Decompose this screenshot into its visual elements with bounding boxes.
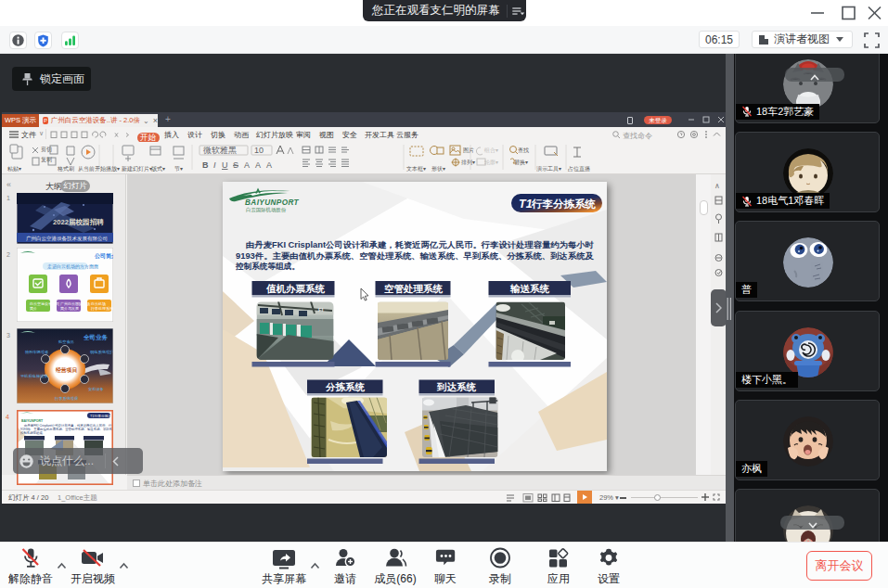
svg-text:形状▾: 形状▾ xyxy=(431,166,445,172)
svg-text:走进白云机场的方方面面: 走进白云机场的方方面面 xyxy=(47,263,98,270)
svg-text:弱电系统维护: 弱电系统维护 xyxy=(90,350,113,354)
svg-text:FI: FI xyxy=(318,307,324,313)
svg-text:查找: 查找 xyxy=(518,147,529,153)
svg-text:复制: 复制 xyxy=(41,157,52,163)
svg-text:A: A xyxy=(266,160,272,170)
svg-text:粘贴▾: 粘贴▾ xyxy=(7,166,21,173)
svg-text:值机办票系统: 值机办票系统 xyxy=(265,283,326,294)
svg-text:全司业务: 全司业务 xyxy=(83,334,109,341)
svg-text:替换▾: 替换▾ xyxy=(514,160,528,166)
svg-text:U: U xyxy=(222,160,228,170)
svg-text:2022届校园招聘: 2022届校园招聘 xyxy=(53,218,104,226)
svg-text:输送系统: 输送系统 xyxy=(509,283,550,294)
svg-text:行李分拣系统: 行李分拣系统 xyxy=(531,198,597,210)
svg-text:T1: T1 xyxy=(519,198,533,211)
svg-text:安检设备: 安检设备 xyxy=(88,387,104,391)
svg-text:A: A xyxy=(255,160,261,170)
svg-text:10: 10 xyxy=(254,146,264,155)
svg-text:占位直播: 占位直播 xyxy=(568,166,590,173)
svg-text:分拣系统: 分拣系统 xyxy=(325,381,366,392)
svg-text:经营项目: 经营项目 xyxy=(55,366,77,374)
svg-text:节▾: 节▾ xyxy=(174,166,183,172)
svg-text:简介与发展: 简介与发展 xyxy=(60,306,79,311)
svg-text:B: B xyxy=(202,160,209,170)
svg-text:由丹麦FKI Crisplant公司设计和承建，耗资近两亿元: 由丹麦FKI Crisplant公司设计和承建，耗资近两亿元人民币。行李设计处理… xyxy=(246,240,594,249)
svg-text:白云国际机场股份: 白云国际机场股份 xyxy=(246,207,287,213)
svg-text:组合▾: 组合▾ xyxy=(483,147,498,154)
svg-text:排列▾: 排列▾ xyxy=(461,159,475,166)
svg-text:S: S xyxy=(233,160,238,170)
svg-text:I: I xyxy=(213,160,216,170)
svg-text:格式刷: 格式刷 xyxy=(57,165,74,173)
svg-text:版式▾: 版式▾ xyxy=(151,166,165,172)
svg-text:从当前开始播放▾: 从当前开始播放▾ xyxy=(78,165,120,173)
svg-text:A: A xyxy=(244,160,250,170)
svg-text:T1行李分拣系统: T1行李分拣系统 xyxy=(90,414,113,418)
svg-text:到达系统: 到达系统 xyxy=(436,381,477,392)
svg-text:轮廓▾: 轮廓▾ xyxy=(484,159,498,166)
svg-text:登机桥电梯维保: 登机桥电梯维保 xyxy=(20,374,48,378)
svg-text:文本框▾: 文本框▾ xyxy=(406,165,426,172)
svg-text:控制系统等组成。: 控制系统等组成。 xyxy=(20,430,45,435)
svg-text:图片: 图片 xyxy=(463,147,474,154)
svg-text:公司简介: 公司简介 xyxy=(94,252,113,260)
svg-text:控制系统等组成。: 控制系统等组成。 xyxy=(235,262,300,271)
svg-text:微软雅黑: 微软雅黑 xyxy=(203,146,237,155)
svg-text:剪切: 剪切 xyxy=(41,146,52,153)
svg-text:航空食品: 航空食品 xyxy=(58,339,74,344)
svg-text:演示工具▾: 演示工具▾ xyxy=(536,165,561,173)
svg-text:新建幻灯片▾: 新建幻灯片▾ xyxy=(122,165,152,173)
svg-text:广州白云空港设备技术发展有限公司: 广州白云空港设备技术发展有限公司 xyxy=(26,236,108,242)
svg-text:空管处理系统: 空管处理系统 xyxy=(384,283,444,294)
svg-text:简介: 简介 xyxy=(30,306,37,311)
svg-text:9193件。主要由值机办票系统、空管处理系统、输送系统、早到: 9193件。主要由值机办票系统、空管处理系统、输送系统、早到系统、分拣系统、到达… xyxy=(236,251,594,261)
svg-text:BAIYUNPORT: BAIYUNPORT xyxy=(21,419,44,423)
